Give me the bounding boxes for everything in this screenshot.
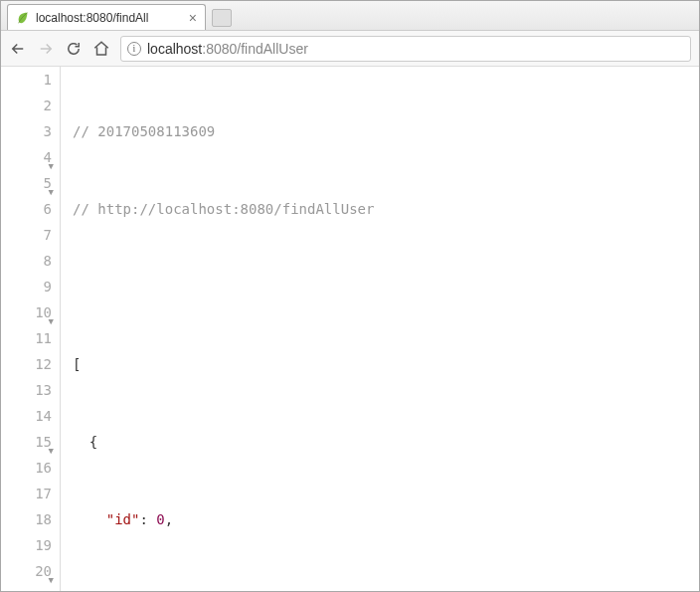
- line-number: 14: [1, 403, 52, 429]
- line-number: 3: [1, 118, 52, 144]
- address-bar[interactable]: i localhost:8080/findAllUser: [120, 36, 691, 62]
- code-area: // 20170508113609 // http://localhost:80…: [61, 67, 699, 591]
- line-number: 9: [1, 274, 52, 299]
- line-number: 11: [1, 325, 52, 351]
- new-tab-button[interactable]: [212, 9, 232, 27]
- line-number: 7: [1, 222, 52, 248]
- info-icon[interactable]: i: [127, 42, 141, 56]
- line-number: 2: [1, 93, 52, 118]
- line-number: 16: [1, 455, 52, 481]
- forward-button[interactable]: [37, 40, 55, 58]
- line-number: 15▼: [1, 429, 52, 455]
- line-number: 10▼: [1, 299, 52, 325]
- comment-text: // 20170508113609: [73, 123, 215, 139]
- line-number: 18: [1, 506, 52, 532]
- leaf-icon: [16, 11, 30, 25]
- browser-tab[interactable]: localhost:8080/findAll ×: [7, 4, 206, 30]
- line-number: 13: [1, 377, 52, 403]
- line-number: 20▼: [1, 558, 52, 584]
- json-viewer: 1234▼5▼678910▼1112131415▼1617181920▼ // …: [1, 67, 699, 591]
- line-number: 12: [1, 351, 52, 377]
- line-number: 6: [1, 196, 52, 222]
- tab-title: localhost:8080/findAll: [36, 11, 183, 25]
- line-gutter: 1234▼5▼678910▼1112131415▼1617181920▼: [1, 67, 61, 591]
- back-button[interactable]: [9, 40, 27, 58]
- line-number: 4▼: [1, 144, 52, 170]
- line-number: 5▼: [1, 170, 52, 196]
- line-number: 17: [1, 481, 52, 506]
- toolbar: i localhost:8080/findAllUser: [1, 31, 699, 67]
- comment-text: // http://localhost:8080/findAllUser: [73, 201, 374, 217]
- line-number: 19: [1, 532, 52, 558]
- line-number: 8: [1, 248, 52, 274]
- home-button[interactable]: [92, 40, 110, 58]
- tab-bar: localhost:8080/findAll ×: [1, 1, 699, 31]
- fold-icon[interactable]: ▼: [49, 567, 54, 592]
- reload-button[interactable]: [65, 40, 83, 58]
- line-number: 1: [1, 67, 52, 93]
- close-icon[interactable]: ×: [189, 10, 197, 26]
- url-text: localhost:8080/findAllUser: [147, 41, 308, 57]
